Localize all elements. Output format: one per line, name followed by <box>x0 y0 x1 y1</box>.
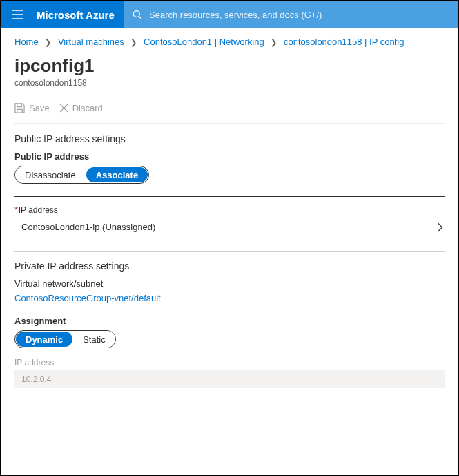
ip-address-label: *IP address <box>14 205 445 215</box>
disassociate-option[interactable]: Disassociate <box>15 166 86 183</box>
breadcrumb-sep: ❯ <box>126 38 141 46</box>
page-title: ipconfig1 <box>14 55 445 77</box>
assignment-label: Assignment <box>14 316 445 326</box>
breadcrumb-vms[interactable]: Virtual machines <box>58 37 124 47</box>
assignment-toggle: Dynamic Static <box>14 330 116 348</box>
breadcrumb-ipconfig[interactable]: contosolondon1158 | IP config <box>284 37 404 47</box>
vnet-link[interactable]: ContosoResourceGroup-vnet/default <box>14 293 161 303</box>
public-ip-section-title: Public IP address settings <box>14 133 445 144</box>
public-ip-toggle: Disassociate Associate <box>14 166 149 184</box>
command-bar: Save Discard <box>14 99 445 124</box>
dynamic-option[interactable]: Dynamic <box>16 332 72 347</box>
ip-address-selector[interactable]: ContosoLondon1-ip (Unassigned) <box>14 219 445 239</box>
private-ip-value: 10.2.0.4 <box>14 370 445 388</box>
discard-button[interactable]: Discard <box>59 103 103 113</box>
save-label: Save <box>29 103 50 113</box>
static-option[interactable]: Static <box>73 331 115 348</box>
divider <box>14 251 445 252</box>
search-box[interactable] <box>124 1 458 28</box>
breadcrumb-networking[interactable]: ContosoLondon1 | Networking <box>144 37 264 47</box>
chevron-right-icon <box>437 222 443 232</box>
menu-button[interactable] <box>1 1 34 28</box>
top-bar: Microsoft Azure <box>1 1 458 28</box>
svg-line-1 <box>139 16 141 19</box>
private-ip-label: IP address <box>14 358 445 368</box>
search-icon <box>133 10 142 20</box>
svg-point-0 <box>133 10 139 17</box>
save-button[interactable]: Save <box>14 103 50 113</box>
associate-option[interactable]: Associate <box>86 167 148 182</box>
breadcrumb-home[interactable]: Home <box>14 37 39 47</box>
brand-label: Microsoft Azure <box>34 9 124 21</box>
discard-label: Discard <box>72 103 103 113</box>
save-icon <box>14 103 25 113</box>
page-content: ipconfig1 contosolondon1158 Save Discard… <box>1 53 458 402</box>
breadcrumb-sep: ❯ <box>266 38 281 46</box>
public-ip-label: Public IP address <box>14 151 445 162</box>
vnet-label: Virtual network/subnet <box>14 278 445 289</box>
breadcrumb: Home ❯ Virtual machines ❯ ContosoLondon1… <box>1 28 458 53</box>
page-subtitle: contosolondon1158 <box>14 78 445 88</box>
hamburger-icon <box>12 10 23 19</box>
close-icon <box>59 104 68 113</box>
ip-address-value: ContosoLondon1-ip (Unassigned) <box>21 222 155 232</box>
search-input[interactable] <box>149 10 450 20</box>
private-ip-section-title: Private IP address settings <box>14 260 445 272</box>
breadcrumb-sep: ❯ <box>41 38 55 46</box>
divider <box>14 196 445 197</box>
